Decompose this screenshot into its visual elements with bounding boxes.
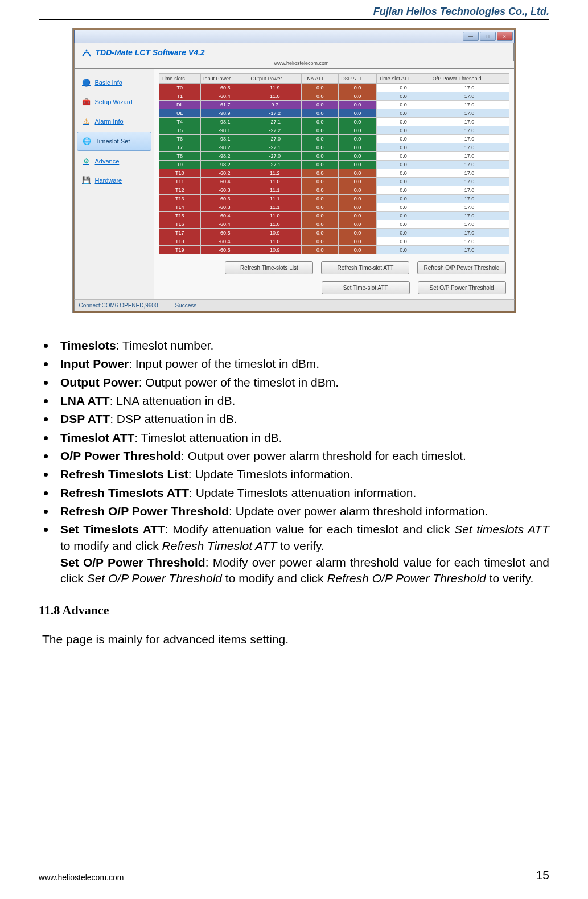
table-cell[interactable]: 17.0 [430,143,509,152]
table-cell[interactable]: 0.0 [377,178,430,186]
table-cell[interactable]: 17.0 [430,109,509,118]
table-cell[interactable]: 17.0 [430,186,509,195]
table-cell: 0.0 [302,212,339,220]
table-row: T15-60.411.00.00.00.017.0 [159,212,509,220]
table-cell[interactable]: 17.0 [430,118,509,126]
button-row-2: Set Time-slot ATT Set O/P Power Threshol… [159,281,509,294]
sidebar-item-alarm-info[interactable]: ⚠Alarm Info [77,112,151,130]
table-cell[interactable]: 0.0 [377,186,430,195]
table-cell: -61.7 [200,101,248,109]
section-heading: 11.8 Advance [39,603,549,618]
sidebar-item-basic-info[interactable]: 🔵Basic Info [77,73,151,92]
table-cell: -60.4 [200,92,248,101]
table-cell[interactable]: 17.0 [430,237,509,246]
table-cell: T14 [159,203,200,212]
table-cell[interactable]: 0.0 [377,237,430,246]
table-cell[interactable]: 0.0 [377,109,430,118]
table-cell[interactable]: 0.0 [377,220,430,229]
table-cell[interactable]: 0.0 [377,195,430,203]
main-panel: Time-slotsInput PowerOutput PowerLNA ATT… [154,69,514,299]
table-cell[interactable]: 17.0 [430,152,509,161]
advance-icon: ⚙ [81,156,92,166]
table-cell: 0.0 [339,92,377,101]
table-cell[interactable]: 17.0 [430,169,509,178]
table-cell: T12 [159,186,200,195]
italic-text: Refresh O/P Power Threshold [327,572,486,585]
refresh-timeslot-att-button[interactable]: Refresh Time-slot ATT [321,261,409,274]
table-cell: -27.1 [248,143,302,152]
sidebar-item-timeslot-set[interactable]: 🌐Timeslot Set [77,132,151,151]
table-cell[interactable]: 17.0 [430,246,509,254]
table-cell[interactable]: 0.0 [377,169,430,178]
set-timeslot-att-button[interactable]: Set Time-slot ATT [322,281,410,294]
table-cell[interactable]: 0.0 [377,101,430,109]
sidebar-item-advance[interactable]: ⚙Advance [77,152,151,170]
table-cell[interactable]: 0.0 [377,84,430,92]
italic-text: Set timeslots ATT [454,523,549,536]
table-cell[interactable]: 17.0 [430,229,509,237]
table-cell: 0.0 [302,101,339,109]
table-cell[interactable]: 0.0 [377,212,430,220]
table-row: T9-98.2-27.10.00.00.017.0 [159,161,509,169]
table-cell[interactable]: 0.0 [377,118,430,126]
desc-text: : Timeslot number. [116,339,214,352]
list-item: Timeslots: Timeslot number. [56,336,549,354]
table-cell[interactable]: 0.0 [377,143,430,152]
table-header: Time-slots [159,74,200,84]
table-cell[interactable]: 0.0 [377,135,430,143]
table-cell[interactable]: 17.0 [430,135,509,143]
table-cell: 0.0 [339,101,377,109]
sidebar-item-label: Timeslot Set [96,138,130,145]
table-row: T8-98.2-27.00.00.00.017.0 [159,152,509,161]
maximize-button[interactable]: □ [480,32,496,41]
sidebar-item-label: Alarm Info [95,118,124,125]
table-cell[interactable]: 17.0 [430,92,509,101]
term: O/P Power Threshold [60,449,181,462]
sidebar-item-label: Hardware [95,177,122,184]
table-cell[interactable]: 17.0 [430,84,509,92]
table-cell: 9.7 [248,101,302,109]
table-header: Time-slot ATT [377,74,430,84]
table-cell[interactable]: 17.0 [430,212,509,220]
desc-text: : Update Timeslots information. [188,467,353,481]
table-cell: -60.3 [200,195,248,203]
table-row: T6-98.1-27.00.00.00.017.0 [159,135,509,143]
table-cell[interactable]: 17.0 [430,220,509,229]
table-cell[interactable]: 0.0 [377,203,430,212]
minimize-button[interactable]: — [463,32,479,41]
table-row: T10-60.211.20.00.00.017.0 [159,169,509,178]
term: DSP ATT [60,412,110,425]
sidebar-item-hardware[interactable]: 💾Hardware [77,171,151,190]
table-cell[interactable]: 0.0 [377,92,430,101]
table-cell: 11.0 [248,237,302,246]
close-button[interactable]: × [497,32,513,41]
refresh-timeslots-list-button[interactable]: Refresh Time-slots List [225,261,313,274]
table-row: UL-98.9-17.20.00.00.017.0 [159,109,509,118]
sidebar-item-setup-wizard[interactable]: 🧰Setup Wizard [77,93,151,111]
table-cell[interactable]: 17.0 [430,203,509,212]
table-cell[interactable]: 0.0 [377,246,430,254]
table-cell: T7 [159,143,200,152]
table-cell: 0.0 [302,237,339,246]
table-cell[interactable]: 17.0 [430,178,509,186]
desc-text: : LNA attenuation in dB. [110,394,236,407]
term: LNA ATT [60,394,110,407]
table-cell[interactable]: 17.0 [430,126,509,135]
table-cell: 11.0 [248,212,302,220]
table-cell: 11.1 [248,203,302,212]
table-cell: 0.0 [339,84,377,92]
table-cell[interactable]: 0.0 [377,126,430,135]
table-header: O/P Power Threshold [430,74,509,84]
set-op-threshold-button[interactable]: Set O/P Power Threshold [418,281,506,294]
app-subtitle: www.heliostelecom.com [89,60,514,66]
table-cell[interactable]: 17.0 [430,195,509,203]
table-cell: -27.1 [248,161,302,169]
table-cell: -98.2 [200,143,248,152]
timeslot-set-icon: 🌐 [82,136,92,146]
table-cell[interactable]: 17.0 [430,101,509,109]
table-cell[interactable]: 0.0 [377,161,430,169]
table-cell[interactable]: 0.0 [377,229,430,237]
refresh-op-threshold-button[interactable]: Refresh O/P Power Threshold [417,261,505,274]
table-cell[interactable]: 0.0 [377,152,430,161]
table-cell[interactable]: 17.0 [430,161,509,169]
